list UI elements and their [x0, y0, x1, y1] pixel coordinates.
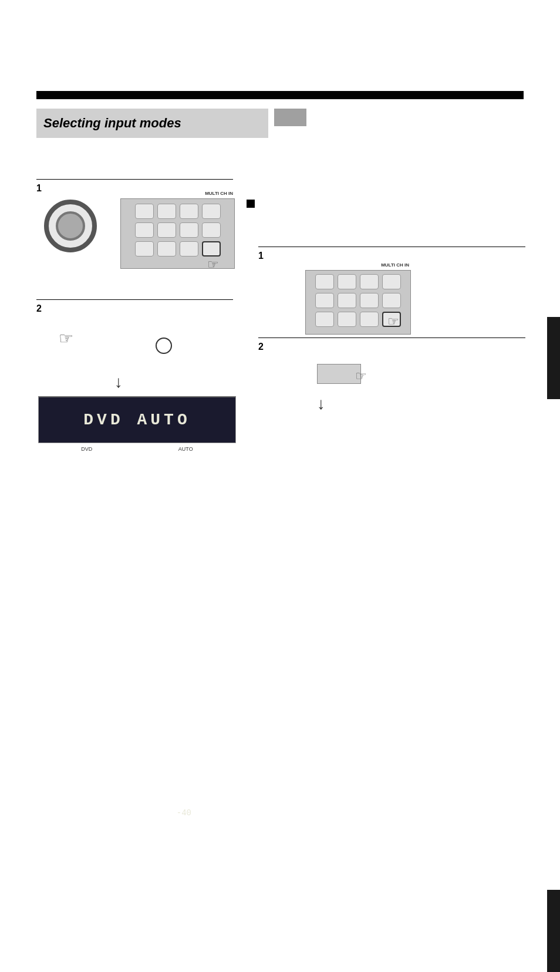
btn-key	[315, 293, 334, 308]
btn-key	[202, 222, 221, 238]
btn-key	[180, 241, 198, 256]
display-bottom-item1: DVD	[81, 446, 92, 452]
btn-row-1	[126, 204, 230, 219]
btn-key	[157, 241, 176, 256]
rotary-knob	[44, 200, 97, 252]
btn-key	[135, 241, 154, 256]
btn-key	[315, 274, 334, 289]
left-step1-label: 1	[36, 183, 42, 194]
left-panel-label: MULTI CH IN	[205, 191, 233, 196]
btn-row-2	[126, 222, 230, 238]
right-btn-row-2	[309, 293, 407, 308]
knob-inner	[56, 211, 85, 241]
black-bullet	[247, 200, 255, 208]
btn-key	[135, 222, 154, 238]
right-step2-label: 2	[258, 342, 264, 352]
btn-key	[360, 312, 379, 327]
btn-key	[202, 204, 221, 219]
small-gray-box	[274, 109, 306, 126]
btn-key	[180, 222, 198, 238]
right-step1-divider	[258, 247, 525, 247]
left-step1-divider	[36, 179, 233, 180]
btn-key	[338, 293, 356, 308]
bottom-right-black-tab	[547, 890, 560, 972]
btn-key	[135, 204, 154, 219]
display-panel: DVD AUTO -40	[38, 396, 236, 443]
btn-key	[360, 293, 379, 308]
display-bottom-item2: AUTO	[178, 446, 193, 452]
btn-row-3	[126, 241, 230, 256]
right-step2-divider	[258, 338, 525, 338]
right-btn-row-1	[309, 274, 407, 289]
btn-key	[180, 204, 198, 219]
cursor-icon-step1-right: ☞	[387, 314, 399, 329]
right-btn-rect	[317, 364, 361, 384]
knob-outer	[44, 200, 97, 252]
btn-key	[360, 274, 379, 289]
display-bottom-labels: DVD AUTO	[38, 446, 236, 452]
left-step2-divider	[36, 299, 233, 300]
btn-key-active	[202, 241, 221, 256]
right-panel-label: MULTI CH IN	[381, 262, 409, 268]
finger-icon-step2-left: ☞	[59, 329, 73, 348]
circle-indicator	[156, 338, 172, 354]
cursor-icon-step1-left: ☞	[207, 257, 219, 272]
right-step1-label: 1	[258, 251, 264, 261]
btn-key	[315, 312, 334, 327]
btn-key	[382, 293, 401, 308]
display-main-text: DVD AUTO	[83, 411, 190, 429]
btn-key	[157, 204, 176, 219]
section-title: Selecting input modes	[43, 116, 181, 131]
display-inner: DVD AUTO -40	[39, 397, 235, 443]
section-title-box: Selecting input modes	[36, 109, 268, 138]
right-black-tab	[547, 317, 560, 399]
left-step2-label: 2	[36, 303, 42, 314]
btn-key	[338, 312, 356, 327]
down-arrow-right: ↓	[317, 394, 325, 413]
display-volume: -40	[177, 808, 191, 818]
down-arrow-left: ↓	[114, 373, 123, 392]
btn-key	[157, 222, 176, 238]
top-bar	[36, 91, 524, 99]
btn-key	[338, 274, 356, 289]
btn-key	[382, 274, 401, 289]
cursor-icon-step2-right: ☞	[355, 369, 367, 384]
